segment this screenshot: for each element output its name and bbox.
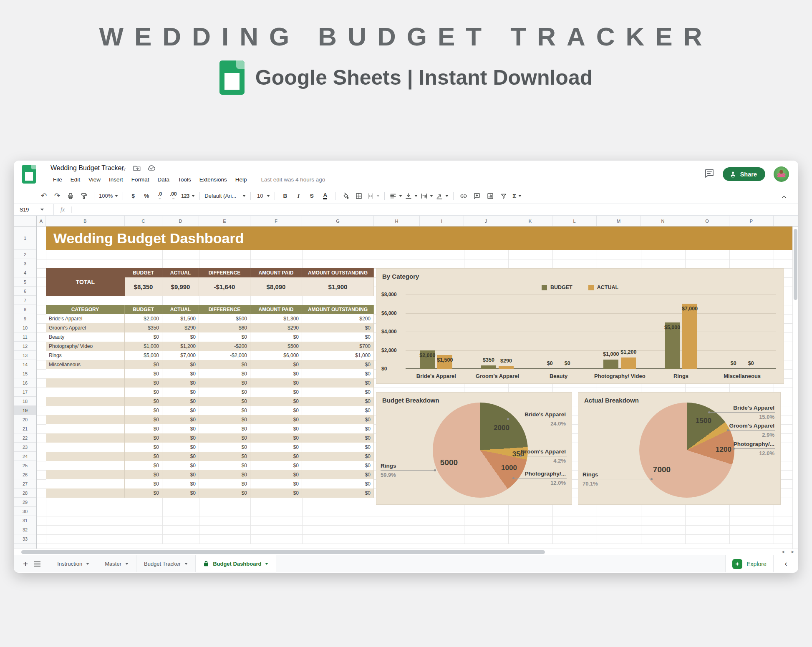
budget-breakdown-panel[interactable]: Budget Breakdown2000Bride's Apparel24.0%… [376, 392, 572, 505]
value-cell[interactable]: -$2,000 [199, 351, 250, 360]
move-folder-icon[interactable] [133, 165, 141, 173]
value-cell[interactable]: $0 [250, 332, 302, 342]
value-cell[interactable]: $0 [125, 406, 162, 415]
value-cell[interactable]: $0 [162, 443, 199, 452]
insert-comment-icon[interactable] [472, 191, 482, 201]
row-header-29[interactable]: 29 [14, 498, 36, 507]
value-cell[interactable]: $0 [199, 470, 250, 479]
value-cell[interactable]: $0 [125, 470, 162, 479]
avatar[interactable] [774, 166, 789, 182]
add-sheet-icon[interactable]: + [23, 559, 28, 569]
format-currency-button[interactable]: $ [128, 191, 139, 201]
bold-button[interactable]: B [280, 191, 290, 201]
value-cell[interactable]: $0 [250, 424, 302, 433]
value-cell[interactable]: $0 [199, 397, 250, 406]
total-header-cell[interactable]: BUDGET [125, 268, 162, 277]
value-cell[interactable]: $0 [125, 388, 162, 397]
value-cell[interactable]: $0 [162, 470, 199, 479]
row-header-30[interactable]: 30 [14, 507, 36, 516]
value-cell[interactable]: $0 [162, 433, 199, 443]
total-header-cell[interactable]: DIFFERENCE [199, 268, 250, 277]
value-cell[interactable]: $0 [302, 461, 374, 470]
value-cell[interactable]: $0 [302, 378, 374, 388]
merge-cells-icon[interactable] [367, 191, 380, 201]
comment-history-icon[interactable] [704, 169, 714, 180]
category-header-cell[interactable]: DIFFERENCE [199, 305, 250, 314]
value-cell[interactable]: $0 [162, 461, 199, 470]
row-header-1[interactable]: 1 [14, 227, 36, 250]
format-percent-button[interactable]: % [141, 191, 152, 201]
horizontal-align-icon[interactable] [389, 191, 402, 201]
value-cell[interactable]: $0 [250, 369, 302, 378]
category-cell[interactable] [46, 415, 125, 424]
zoom-select[interactable]: 100% [99, 191, 118, 201]
column-header-O[interactable]: O [685, 216, 729, 226]
value-cell[interactable]: $0 [250, 397, 302, 406]
row-header-27[interactable]: 27 [14, 479, 36, 488]
value-cell[interactable]: $0 [302, 488, 374, 498]
value-cell[interactable]: $0 [302, 323, 374, 332]
category-cell[interactable] [46, 397, 125, 406]
row-header-12[interactable]: 12 [14, 342, 36, 351]
value-cell[interactable]: $0 [125, 443, 162, 452]
h-scroll-thumb[interactable] [21, 550, 545, 554]
column-header-K[interactable]: K [508, 216, 552, 226]
value-cell[interactable]: $0 [302, 360, 374, 369]
value-cell[interactable]: $0 [162, 479, 199, 488]
value-cell[interactable]: $0 [125, 488, 162, 498]
value-cell[interactable]: $0 [302, 415, 374, 424]
value-cell[interactable]: $0 [302, 452, 374, 461]
category-cell[interactable] [46, 488, 125, 498]
vertical-align-icon[interactable] [405, 191, 418, 201]
value-cell[interactable]: $0 [199, 415, 250, 424]
category-cell[interactable] [46, 470, 125, 479]
value-cell[interactable]: $5,000 [125, 351, 162, 360]
cloud-status-icon[interactable] [147, 165, 156, 173]
total-header-cell[interactable]: ACTUAL [162, 268, 199, 277]
column-header-D[interactable]: D [162, 216, 199, 226]
value-cell[interactable]: $0 [302, 443, 374, 452]
value-cell[interactable]: $0 [199, 452, 250, 461]
value-cell[interactable]: $500 [199, 314, 250, 323]
redo-icon[interactable]: ↷ [52, 191, 63, 201]
column-header-H[interactable]: H [374, 216, 420, 226]
formula-input[interactable] [72, 204, 798, 215]
category-cell[interactable]: Bride's Apparel [46, 314, 125, 323]
bar-actual[interactable] [682, 304, 697, 369]
value-cell[interactable]: $0 [199, 388, 250, 397]
value-cell[interactable]: $7,000 [162, 351, 199, 360]
row-header-18[interactable]: 18 [14, 397, 36, 406]
category-header-cell[interactable]: CATEGORY [46, 305, 125, 314]
category-cell[interactable]: Rings [46, 351, 125, 360]
row-header-16[interactable]: 16 [14, 378, 36, 388]
value-cell[interactable]: $0 [199, 378, 250, 388]
last-edit-link[interactable]: Last edit was 4 hours ago [259, 176, 327, 184]
value-cell[interactable]: $0 [250, 388, 302, 397]
value-cell[interactable]: $0 [250, 452, 302, 461]
value-cell[interactable]: $0 [125, 369, 162, 378]
row-header-19[interactable]: 19 [14, 406, 36, 415]
bar-budget[interactable] [603, 360, 618, 369]
value-cell[interactable]: $0 [199, 461, 250, 470]
category-cell[interactable]: Photography/ Video [46, 342, 125, 351]
column-header-C[interactable]: C [125, 216, 162, 226]
sheet-tab-budget-dashboard[interactable]: Budget Dashboard [196, 555, 276, 572]
category-cell[interactable] [46, 378, 125, 388]
value-cell[interactable]: $0 [162, 332, 199, 342]
column-header-I[interactable]: I [420, 216, 464, 226]
row-header-28[interactable]: 28 [14, 488, 36, 498]
total-value-cell[interactable]: $9,990 [162, 277, 199, 296]
row-header-4[interactable]: 4 [14, 268, 36, 277]
value-cell[interactable]: $2,000 [125, 314, 162, 323]
category-cell[interactable]: Groom's Apparel [46, 323, 125, 332]
total-header-cell[interactable]: AMOUNT OUTSTANDING [302, 268, 374, 277]
star-icon[interactable]: ☆ [120, 164, 126, 173]
functions-select[interactable]: Σ [512, 191, 522, 201]
value-cell[interactable]: $0 [250, 470, 302, 479]
all-sheets-icon[interactable] [34, 561, 40, 566]
row-header-5[interactable]: 5 [14, 277, 36, 287]
row-header-8[interactable]: 8 [14, 305, 36, 314]
total-value-cell[interactable]: $1,900 [302, 277, 374, 296]
value-cell[interactable]: $1,500 [162, 314, 199, 323]
value-cell[interactable]: $290 [162, 323, 199, 332]
